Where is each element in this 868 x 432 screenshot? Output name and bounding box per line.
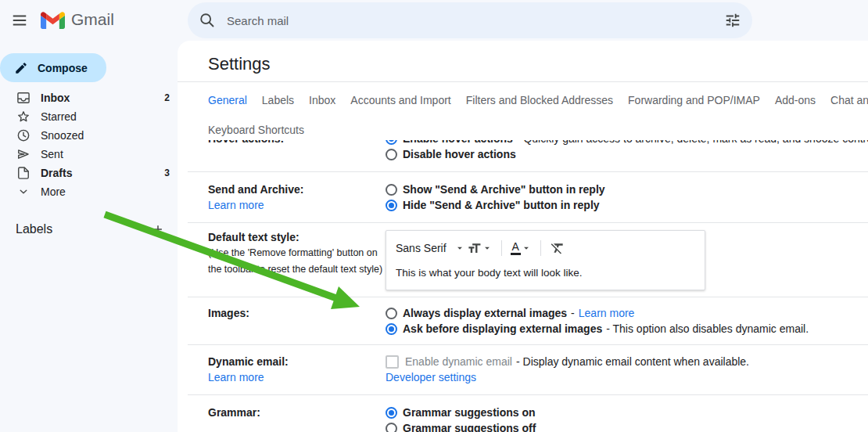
sidebar-item-inbox[interactable]: Inbox 2 [0, 88, 178, 107]
grammar-on-option[interactable]: Grammar suggestions on [403, 405, 536, 420]
show-send-archive-option[interactable]: Show "Send & Archive" button in reply [403, 182, 605, 197]
text-style-note-line2: the toolbar to reset the default text st… [208, 261, 386, 278]
dynamic-email-desc: - Display dynamic email content when ava… [516, 354, 749, 369]
dash-separator: - [571, 305, 575, 321]
text-style-editor-box: Sans Serif A [386, 230, 705, 290]
search-input[interactable] [225, 13, 724, 28]
setting-row-grammar: Grammar: Grammar suggestions on Grammar … [188, 395, 868, 432]
tab-labels[interactable]: Labels [262, 92, 294, 111]
chevron-down-icon [454, 243, 465, 254]
enable-dynamic-email-option: Enable dynamic email [405, 354, 512, 369]
settings-tabs-row2: Keyboard Shortcuts [208, 122, 304, 138]
default-text-style-label: Default text style: [208, 229, 386, 245]
search-icon[interactable] [199, 12, 216, 29]
setting-row-default-text-style: Default text style: (Use the 'Remove for… [188, 223, 868, 297]
drafts-count: 3 [164, 167, 170, 178]
always-display-images-option[interactable]: Always display external images [403, 305, 567, 321]
body-text-preview: This is what your body text will look li… [396, 266, 695, 280]
tab-add-ons[interactable]: Add-ons [775, 92, 816, 111]
chevron-down-icon [16, 184, 31, 200]
sidebar-item-label: Sent [41, 148, 63, 160]
developer-settings-link[interactable]: Developer settings [386, 369, 476, 385]
pencil-icon [14, 61, 28, 75]
tab-filters-and-blocked-addresses[interactable]: Filters and Blocked Addresses [466, 92, 613, 111]
ask-images-desc: - This option also disables dynamic emai… [606, 321, 809, 337]
radio-show-send-archive[interactable] [386, 184, 397, 196]
dynamic-email-label: Dynamic email: [208, 354, 386, 369]
enable-hover-actions-option[interactable]: Enable hover actions [403, 140, 513, 146]
radio-hide-send-archive[interactable] [386, 200, 397, 211]
settings-tabs: General Labels Inbox Accounts and Import… [208, 92, 868, 111]
tab-forwarding-and-pop-imap[interactable]: Forwarding and POP/IMAP [628, 92, 760, 111]
labels-section-header: Labels [16, 222, 170, 236]
font-family-dropdown[interactable]: Sans Serif [396, 242, 465, 254]
disable-hover-actions-option[interactable]: Disable hover actions [403, 146, 516, 162]
title-divider [178, 81, 868, 82]
tab-chat-and-meet[interactable]: Chat and Meet [830, 92, 868, 111]
settings-panel: Settings General Labels Inbox Accounts a… [178, 41, 868, 432]
font-family-value: Sans Serif [396, 242, 447, 254]
search-filter-tune-icon[interactable] [724, 12, 741, 29]
hide-send-archive-option[interactable]: Hide "Send & Archive" button in reply [403, 197, 600, 213]
text-style-note-line1: (Use the 'Remove formatting' button on [208, 245, 386, 261]
enable-hover-actions-desc: - Quickly gain access to archive, delete… [517, 140, 868, 146]
toolbar-separator [540, 240, 541, 256]
setting-row-send-and-archive: Send and Archive: Learn more Show "Send … [188, 172, 868, 223]
setting-row-hover-actions: Hover actions: Enable hover actions - Qu… [188, 140, 868, 172]
radio-grammar-off[interactable] [386, 423, 397, 432]
labels-title: Labels [16, 222, 52, 236]
grammar-label: Grammar: [208, 405, 386, 420]
send-icon [16, 146, 31, 162]
format-clear-icon [550, 240, 565, 256]
sidebar-nav: Inbox 2 Starred Snoozed Sent [0, 88, 178, 201]
font-size-dropdown[interactable] [465, 241, 494, 256]
radio-ask-before-displaying-images[interactable] [386, 323, 397, 335]
search-bar[interactable] [188, 2, 752, 38]
hamburger-menu-icon[interactable] [11, 12, 28, 29]
sidebar-item-drafts[interactable]: Drafts 3 [0, 164, 178, 182]
images-learn-more-link[interactable]: Learn more [579, 305, 635, 321]
dynamic-email-learn-more-link[interactable]: Learn more [208, 369, 264, 385]
tab-accounts-and-import[interactable]: Accounts and Import [350, 92, 450, 111]
star-icon [16, 109, 31, 124]
send-archive-learn-more-link[interactable]: Learn more [208, 197, 264, 213]
sidebar-item-label: Drafts [41, 167, 72, 179]
sidebar-item-starred[interactable]: Starred [0, 107, 178, 126]
sidebar-item-label: Starred [41, 110, 77, 123]
sidebar: Gmail Compose Inbox 2 Starred [0, 0, 178, 432]
chevron-down-icon [482, 243, 493, 254]
topbar [178, 0, 868, 41]
inbox-icon [16, 90, 31, 106]
add-label-icon[interactable] [151, 222, 165, 236]
radio-disable-hover-actions[interactable] [386, 149, 397, 160]
checkbox-enable-dynamic-email[interactable] [386, 355, 399, 369]
format-size-icon [467, 241, 482, 256]
tab-general[interactable]: General [208, 92, 247, 111]
remove-formatting-button[interactable] [548, 240, 567, 256]
gmail-logo[interactable]: Gmail [41, 10, 114, 29]
text-color-icon: A [511, 241, 521, 255]
inbox-count: 2 [164, 92, 170, 103]
sidebar-item-label: Inbox [41, 92, 70, 104]
ask-before-displaying-images-option[interactable]: Ask before displaying external images [403, 321, 602, 337]
sidebar-item-label: Snoozed [41, 129, 84, 142]
sidebar-item-snoozed[interactable]: Snoozed [0, 126, 178, 145]
settings-scroll-area: Hover actions: Enable hover actions - Qu… [188, 140, 868, 432]
toolbar-separator [501, 240, 502, 256]
radio-grammar-on[interactable] [386, 407, 397, 419]
page-title: Settings [208, 54, 271, 74]
compose-button[interactable]: Compose [0, 53, 106, 82]
grammar-off-option[interactable]: Grammar suggestions off [403, 420, 536, 432]
draft-icon [16, 165, 31, 181]
tab-keyboard-shortcuts[interactable]: Keyboard Shortcuts [208, 124, 304, 136]
sidebar-item-more[interactable]: More [0, 182, 178, 201]
radio-enable-hover-actions[interactable] [386, 140, 397, 145]
text-color-dropdown[interactable]: A [509, 241, 533, 255]
compose-label: Compose [38, 62, 88, 74]
radio-always-display-images[interactable] [386, 308, 397, 319]
hover-actions-label: Hover actions: [208, 140, 386, 146]
send-archive-label: Send and Archive: [208, 182, 386, 197]
chevron-down-icon [521, 243, 532, 254]
tab-inbox[interactable]: Inbox [309, 92, 335, 111]
sidebar-item-sent[interactable]: Sent [0, 145, 178, 164]
